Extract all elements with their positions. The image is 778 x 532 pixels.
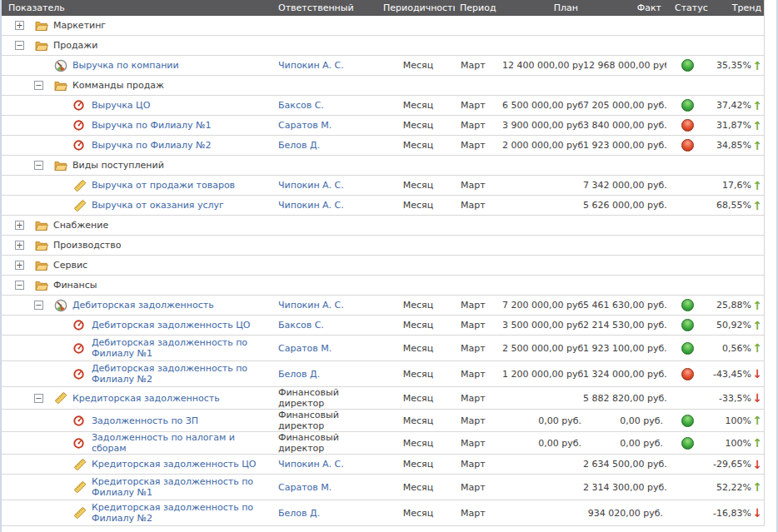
table-row[interactable]: Кредиторская задолженность по Филиалу №1… bbox=[2, 475, 764, 500]
column-header-status[interactable]: Статус bbox=[666, 2, 708, 13]
table-row[interactable]: Выручка по Филиалу №1 Саратов М. Месяц М… bbox=[2, 116, 764, 136]
column-header-responsible[interactable]: Ответственный bbox=[277, 2, 382, 13]
fact-cell: 0,00 руб. bbox=[583, 438, 666, 449]
table-row[interactable]: Дебиторская задолженность по Филиалу №1 … bbox=[2, 336, 764, 361]
folder-icon bbox=[35, 280, 50, 291]
column-header-plan[interactable]: План bbox=[502, 2, 583, 13]
indicator-name[interactable]: Дебиторская задолженность bbox=[72, 300, 221, 311]
responsible-cell[interactable]: Белов Д. bbox=[277, 508, 382, 519]
indicator-cell: − Виды поступлений bbox=[2, 160, 277, 172]
responsible-cell[interactable]: Чипокин А. С. bbox=[277, 459, 382, 470]
expander-plus-icon[interactable]: + bbox=[15, 21, 35, 30]
trend-value: 0,56% bbox=[722, 343, 751, 354]
responsible-cell[interactable]: Баксов С. bbox=[277, 100, 382, 111]
responsible-cell[interactable]: Саратов М. bbox=[277, 120, 382, 131]
expander-minus-icon[interactable]: − bbox=[15, 281, 35, 290]
indicator-name[interactable]: Выручка от продажи товаров bbox=[92, 180, 242, 191]
periodicity-cell: Месяц bbox=[382, 300, 455, 311]
expander-minus-icon[interactable]: − bbox=[15, 41, 35, 50]
table-row[interactable]: − Продажи bbox=[2, 36, 764, 56]
table-row[interactable]: Задолженность по налогам и сборам Финанс… bbox=[2, 432, 764, 455]
table-row[interactable]: − Кредиторская задолженность Финансовый … bbox=[2, 387, 764, 410]
table-row[interactable]: + Снабжение bbox=[2, 216, 764, 236]
table-row[interactable]: Дебиторская задолженность ЦО Баксов С. М… bbox=[2, 316, 764, 336]
table-row[interactable]: − Дебиторская задолженность Чипокин А. С… bbox=[2, 296, 764, 316]
column-header-indicator[interactable]: Показатель bbox=[2, 2, 277, 13]
ruler-icon bbox=[54, 391, 69, 405]
responsible-cell[interactable]: Саратов М. bbox=[277, 482, 382, 493]
table-row[interactable]: Кредиторская задолженность по Филиалу №2… bbox=[2, 500, 764, 526]
responsible-cell[interactable]: Белов Д. bbox=[277, 140, 382, 151]
responsible-cell[interactable]: Белов Д. bbox=[277, 369, 382, 380]
table-row[interactable]: − Финансы bbox=[2, 276, 764, 296]
table-row[interactable]: Выручка от продажи товаров Чипокин А. С.… bbox=[2, 176, 764, 196]
trend-cell: 35,35% ↑ bbox=[708, 60, 765, 71]
responsible-cell[interactable]: Чипокин А. С. bbox=[277, 60, 382, 71]
column-header-trend[interactable]: Тренд bbox=[708, 2, 765, 13]
indicator-name[interactable]: Выручка от оказания услуг bbox=[92, 200, 231, 211]
indicator-name[interactable]: Кредиторская задолженность по Филиалу №1 bbox=[92, 476, 277, 498]
dial-icon bbox=[73, 369, 88, 380]
table-row[interactable]: Выручка ЦО Баксов С. Месяц Март 6 500 00… bbox=[2, 96, 764, 116]
indicator-cell: + Сервис bbox=[2, 260, 277, 271]
indicator-name[interactable]: Выручка ЦО bbox=[92, 100, 157, 111]
ruler-icon bbox=[73, 506, 88, 520]
table-row[interactable]: + Маркетинг bbox=[2, 16, 764, 36]
periodicity-cell: Месяц bbox=[382, 369, 455, 380]
indicator-name[interactable]: Маркетинг bbox=[53, 20, 112, 31]
table-row[interactable]: Кредиторская задолженность ЦО Чипокин А.… bbox=[2, 455, 764, 475]
status-red-icon bbox=[681, 139, 694, 152]
expander-plus-icon[interactable]: + bbox=[15, 221, 35, 230]
arrow-up-icon: ↑ bbox=[751, 101, 762, 111]
indicator-name[interactable]: Виды поступлений bbox=[72, 160, 171, 171]
responsible-cell[interactable]: Баксов С. bbox=[277, 320, 382, 331]
table-row[interactable]: + Сервис bbox=[2, 256, 764, 276]
indicator-cell: − Кредиторская задолженность bbox=[2, 391, 277, 405]
table-row[interactable]: Задолженность по ЗП Финансовый директор … bbox=[2, 410, 764, 432]
expander-minus-icon[interactable]: − bbox=[34, 301, 54, 310]
indicator-name[interactable]: Кредиторская задолженность bbox=[72, 393, 227, 404]
table-row[interactable]: Выручка от оказания услуг Чипокин А. С. … bbox=[2, 196, 764, 216]
status-green-icon bbox=[681, 342, 694, 355]
expander-minus-icon[interactable]: − bbox=[34, 81, 54, 90]
indicator-name[interactable]: Дебиторская задолженность по Филиалу №1 bbox=[92, 337, 277, 359]
table-row[interactable]: − Виды поступлений bbox=[2, 156, 764, 176]
column-header-fact[interactable]: Факт bbox=[583, 2, 666, 13]
responsible-cell[interactable]: Саратов М. bbox=[277, 343, 382, 354]
indicator-name[interactable]: Дебиторская задолженность по Филиалу №2 bbox=[92, 363, 277, 385]
table-row[interactable]: Выручка по Филиалу №2 Белов Д. Месяц Мар… bbox=[2, 136, 764, 156]
responsible-cell[interactable]: Чипокин А. С. bbox=[277, 200, 382, 211]
responsible-cell[interactable]: Чипокин А. С. bbox=[277, 300, 382, 311]
table-row[interactable]: − Комманды продаж bbox=[2, 76, 764, 96]
expander-plus-icon[interactable]: + bbox=[15, 261, 35, 270]
indicator-name[interactable]: Продажи bbox=[53, 40, 104, 51]
responsible-cell[interactable]: Чипокин А. С. bbox=[277, 180, 382, 191]
trend-value: 37,42% bbox=[716, 100, 751, 111]
indicator-name[interactable]: Задолженность по налогам и сборам bbox=[92, 432, 277, 454]
indicator-name[interactable]: Кредиторская задолженность ЦО bbox=[92, 459, 262, 470]
indicator-name[interactable]: Выручка по Филиалу №2 bbox=[92, 140, 218, 151]
indicator-name[interactable]: Снабжение bbox=[53, 220, 115, 231]
indicator-name[interactable]: Кредиторская задолженность по Филиалу №2 bbox=[92, 502, 277, 524]
table-row[interactable]: Выручка по компании Чипокин А. С. Месяц … bbox=[2, 56, 764, 76]
trend-value: -16,83% bbox=[713, 508, 751, 519]
table-row[interactable]: + Производство bbox=[2, 236, 764, 256]
indicator-name[interactable]: Производство bbox=[53, 240, 127, 251]
indicator-name[interactable]: Дебиторская задолженность ЦО bbox=[92, 320, 257, 331]
indicator-name[interactable]: Комманды продаж bbox=[72, 80, 171, 91]
trend-cell: -16,83% ↓ bbox=[708, 508, 765, 519]
periodicity-cell: Месяц bbox=[382, 343, 455, 354]
column-header-periodicity[interactable]: Периодичность bbox=[382, 2, 455, 13]
indicator-name[interactable]: Выручка по компании bbox=[72, 60, 186, 71]
indicator-name[interactable]: Задолженность по ЗП bbox=[92, 415, 205, 426]
indicator-name[interactable]: Финансы bbox=[53, 280, 103, 291]
indicator-name[interactable]: Выручка по Филиалу №1 bbox=[92, 120, 218, 131]
column-header-period[interactable]: Период bbox=[455, 2, 502, 13]
indicator-name[interactable]: Сервис bbox=[53, 260, 94, 271]
expander-minus-icon[interactable]: − bbox=[34, 394, 54, 403]
table-row[interactable]: Дебиторская задолженность по Филиалу №2 … bbox=[2, 361, 764, 387]
expander-toggle bbox=[34, 61, 54, 70]
expander-plus-icon[interactable]: + bbox=[15, 241, 35, 250]
expander-minus-icon[interactable]: − bbox=[34, 161, 54, 170]
periodicity-cell: Месяц bbox=[382, 508, 455, 519]
